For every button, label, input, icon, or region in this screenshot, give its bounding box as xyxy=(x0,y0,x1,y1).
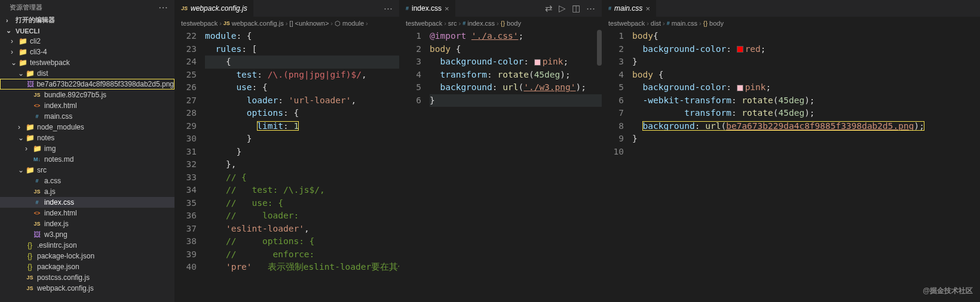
code-line[interactable]: transform: rotate(45deg); xyxy=(632,107,980,120)
editor-pane-3: # main.css × testwebpack› dist› # main.c… xyxy=(602,0,980,302)
code-line[interactable]: @import './a.css'; xyxy=(430,30,602,43)
scrollbar[interactable] xyxy=(597,30,602,66)
code-line[interactable]: // { xyxy=(205,171,399,184)
folder-icon: 📁 xyxy=(25,165,35,175)
editor[interactable]: 12345678910 body{ background-color: red;… xyxy=(602,30,980,302)
code-line[interactable]: background: url(be7a673b229da4c8f9885f33… xyxy=(632,120,980,133)
tree-item[interactable]: JSwebpack.config.js xyxy=(0,283,174,294)
tree-item[interactable]: 🖼w3.png xyxy=(0,229,174,240)
tree-item[interactable]: ›📁img xyxy=(0,143,174,154)
tab-label: index.css xyxy=(412,4,442,13)
tree-item[interactable]: ⌄📁notes xyxy=(0,132,174,143)
tree-item[interactable]: #a.css xyxy=(0,175,174,186)
code-line[interactable]: } xyxy=(205,132,399,146)
tree-item[interactable]: {}package.json xyxy=(0,261,174,272)
code-line[interactable]: body{ xyxy=(632,30,980,43)
tree-item-label: dist xyxy=(37,69,48,78)
code-line[interactable]: background-color: red; xyxy=(632,43,980,56)
tree-item[interactable]: ›📁node_modules xyxy=(0,122,174,132)
code-line[interactable]: body { xyxy=(632,69,980,82)
code-line[interactable]: } xyxy=(205,146,399,159)
tree-item[interactable]: ⌄📁dist xyxy=(0,68,174,79)
tree-item-label: cli2 xyxy=(30,37,41,45)
tab-more-icon[interactable]: ⋯ xyxy=(586,3,596,14)
code-line[interactable]: background: url('./w3.png'); xyxy=(430,81,602,94)
tree-item[interactable]: ⌄📁testwebpack xyxy=(0,57,174,68)
json-icon: {} xyxy=(25,241,35,250)
folder-root-header[interactable]: ⌄ VUECLI xyxy=(0,26,174,36)
code-line[interactable]: // test: /\.js$/, xyxy=(205,184,399,197)
code-line[interactable]: background-color: pink; xyxy=(632,81,980,94)
tree-item-label: testwebpack xyxy=(30,58,70,67)
tree-item[interactable]: JSpostcss.config.js xyxy=(0,272,174,283)
code-line[interactable]: test: /\.(png|jpg|gif)$/, xyxy=(205,69,399,82)
code-line[interactable]: 'pre' 表示强制eslint-loader要在其他 xyxy=(205,261,399,274)
tree-item-label: index.html xyxy=(44,101,77,110)
compare-icon[interactable]: ⇄ xyxy=(545,3,553,14)
editor[interactable]: 22232425262728293031323334353637383940 m… xyxy=(175,30,399,302)
tree-item[interactable]: ⌄📁src xyxy=(0,165,174,175)
code-line[interactable]: options: { xyxy=(205,107,399,120)
editor-pane-2: # index.css × ⇄ ▷ ◫ ⋯ testwebpack› src› … xyxy=(399,0,602,302)
tree-item[interactable]: <>index.html xyxy=(0,208,174,218)
tree-item[interactable]: ›📁cli2 xyxy=(0,36,174,47)
tree-item-label: .eslintrc.json xyxy=(37,241,77,249)
css-icon: # xyxy=(32,112,42,121)
open-editors-header[interactable]: › 打开的编辑器 xyxy=(0,14,174,26)
tab-webpack-config[interactable]: JS webpack.config.js xyxy=(175,0,253,17)
js-icon: JS xyxy=(25,273,35,282)
js-icon: JS xyxy=(32,90,42,100)
code-line[interactable]: // loader: xyxy=(205,209,399,223)
code-line[interactable]: 'eslint-loader', xyxy=(205,223,399,236)
tree-item[interactable]: #main.css xyxy=(0,111,174,122)
code-line[interactable]: } xyxy=(632,56,980,69)
tree-item[interactable]: {}.eslintrc.json xyxy=(0,240,174,251)
code-line[interactable]: } xyxy=(632,132,980,146)
tree-item-label: notes xyxy=(37,134,54,142)
code-line[interactable]: { xyxy=(205,56,399,69)
tab-more-icon[interactable]: ⋯ xyxy=(384,3,393,14)
tree-item[interactable]: #index.css xyxy=(0,197,174,208)
run-icon[interactable]: ▷ xyxy=(559,3,566,14)
tree-item[interactable]: M↓notes.md xyxy=(0,154,174,165)
tree-item[interactable]: {}package-lock.json xyxy=(0,251,174,261)
code-line[interactable]: use: { xyxy=(205,81,399,94)
breadcrumbs[interactable]: testwebpack› dist› # main.css› {} body xyxy=(602,17,980,30)
close-icon[interactable]: × xyxy=(645,4,650,13)
js-icon: JS xyxy=(223,20,230,26)
code-line[interactable]: }, xyxy=(205,158,399,171)
code-line[interactable]: rules: [ xyxy=(205,43,399,56)
tab-main-css[interactable]: # main.css × xyxy=(602,0,656,17)
code-line[interactable]: // enforce: xyxy=(205,248,399,261)
js-icon: JS xyxy=(181,5,188,11)
tree-item[interactable]: JSindex.js xyxy=(0,218,174,229)
split-icon[interactable]: ◫ xyxy=(572,3,580,14)
tree-item[interactable]: JSbundle.892c97b5.js xyxy=(0,90,174,100)
tree-item[interactable]: ›📁cli3-4 xyxy=(0,47,174,57)
more-icon[interactable]: ⋯ xyxy=(158,2,169,13)
tree-item-label: a.css xyxy=(44,177,61,185)
code-line[interactable]: background-color: pink; xyxy=(430,56,602,69)
tree-item[interactable]: JSa.js xyxy=(0,186,174,197)
breadcrumbs[interactable]: testwebpack› src› # index.css› {} body xyxy=(400,17,602,30)
tree-item-label: be7a673b229da4c8f9885f3398dab2d5.png xyxy=(36,80,174,88)
breadcrumbs[interactable]: testwebpack› JS webpack.config.js› [] <u… xyxy=(175,17,399,30)
tree-item[interactable]: <>index.html xyxy=(0,100,174,111)
tree-item-label: main.css xyxy=(44,112,72,121)
code-line[interactable]: -webkit-transform: rotate(45deg); xyxy=(632,94,980,107)
code-line[interactable]: // use: { xyxy=(205,197,399,210)
code-line[interactable]: } xyxy=(430,94,602,107)
editor[interactable]: 123456 @import './a.css';body { backgrou… xyxy=(400,30,602,302)
close-icon[interactable]: × xyxy=(445,4,449,13)
code-line[interactable]: transform: rotate(45deg); xyxy=(430,69,602,82)
code-line[interactable]: module: { xyxy=(205,30,399,43)
img-icon: 🖼 xyxy=(27,79,34,89)
tree-item[interactable]: 🖼be7a673b229da4c8f9885f3398dab2d5.png xyxy=(0,79,174,90)
code-line[interactable]: body { xyxy=(430,43,602,56)
code-line[interactable] xyxy=(632,146,980,159)
tab-index-css[interactable]: # index.css × xyxy=(400,0,455,17)
css-icon: # xyxy=(463,20,466,26)
code-line[interactable]: limit: 1 xyxy=(205,120,399,133)
code-line[interactable]: // options: { xyxy=(205,235,399,248)
code-line[interactable]: loader: 'url-loader', xyxy=(205,94,399,107)
